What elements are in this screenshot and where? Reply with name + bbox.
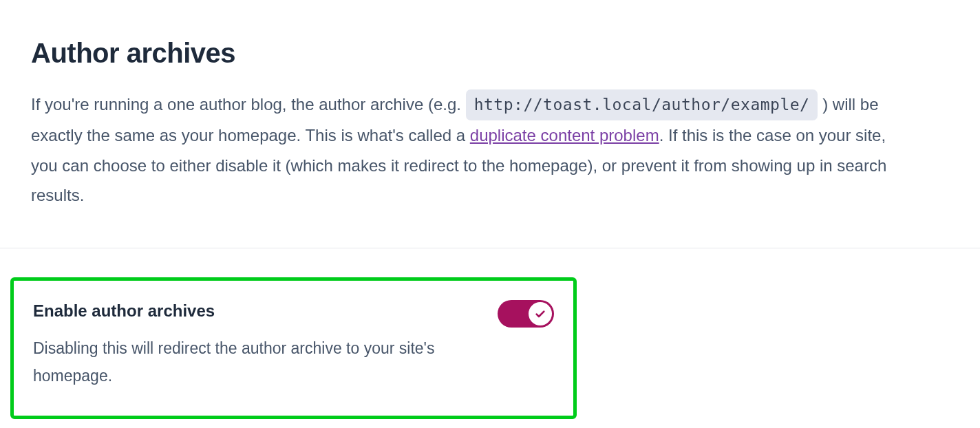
desc-text-1: If you're running a one author blog, the… <box>31 95 466 114</box>
page-title: Author archives <box>31 38 949 69</box>
setting-description: Disabling this will redirect the author … <box>33 334 460 390</box>
enable-author-archives-toggle[interactable] <box>498 300 554 328</box>
toggle-knob <box>529 302 552 325</box>
setting-title: Enable author archives <box>33 301 460 321</box>
check-icon <box>535 308 546 319</box>
duplicate-content-link[interactable]: duplicate content problem <box>470 126 659 145</box>
section-divider <box>0 248 980 248</box>
example-url-code: http://toast.local/author/example/ <box>466 89 818 120</box>
enable-author-archives-setting: Enable author archives Disabling this wi… <box>10 277 577 420</box>
section-description: If you're running a one author blog, the… <box>31 89 912 210</box>
